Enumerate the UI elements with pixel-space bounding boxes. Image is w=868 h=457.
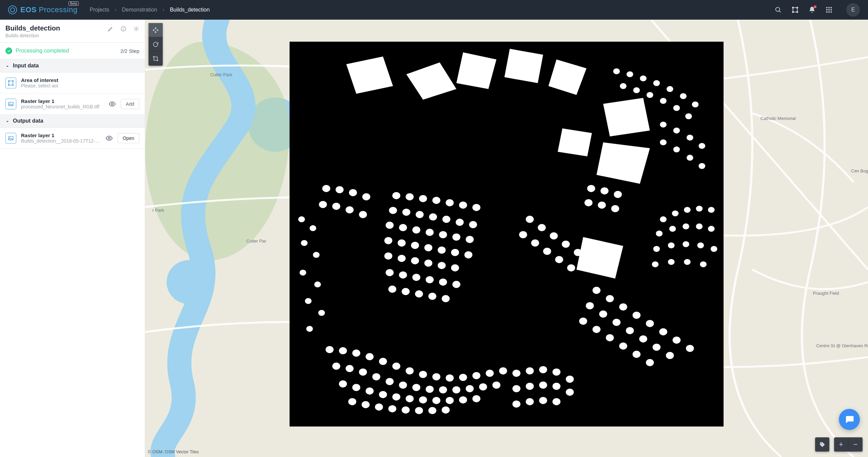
rotate-tool-button[interactable] [149, 37, 163, 51]
svg-point-50 [416, 211, 424, 218]
svg-point-0 [776, 7, 780, 12]
svg-rect-14 [828, 12, 830, 13]
svg-point-77 [412, 274, 420, 281]
svg-point-232 [346, 206, 354, 213]
svg-point-216 [553, 398, 561, 405]
svg-rect-15 [831, 12, 832, 13]
svg-point-135 [619, 342, 628, 349]
svg-point-65 [425, 244, 433, 251]
input-raster-row: Raster layer 1 processed_Neuronet_builds… [0, 94, 145, 115]
svg-point-124 [686, 345, 694, 352]
edit-icon[interactable] [107, 26, 114, 32]
svg-point-93 [620, 83, 627, 89]
navbar-actions: E [774, 3, 860, 17]
crop-tool-button[interactable] [149, 51, 163, 66]
svg-point-185 [352, 384, 360, 391]
svg-point-196 [362, 401, 370, 408]
svg-point-109 [550, 232, 558, 239]
svg-point-166 [446, 374, 454, 381]
svg-point-100 [673, 127, 680, 133]
svg-point-68 [465, 251, 473, 258]
svg-point-85 [442, 295, 450, 302]
tag-button[interactable] [815, 437, 829, 452]
info-icon[interactable] [120, 26, 126, 32]
notifications-icon[interactable] [808, 6, 816, 14]
svg-point-156 [700, 261, 707, 267]
svg-point-189 [406, 395, 414, 402]
svg-point-198 [389, 405, 397, 412]
svg-rect-20 [9, 81, 13, 85]
pan-tool-button[interactable] [149, 23, 163, 37]
add-layer-button[interactable]: Add [121, 99, 139, 109]
visibility-toggle-icon[interactable] [108, 100, 116, 108]
svg-point-163 [406, 367, 414, 374]
svg-point-224 [318, 310, 325, 315]
svg-point-56 [399, 224, 407, 231]
svg-point-120 [633, 312, 641, 319]
svg-point-154 [668, 259, 675, 265]
svg-point-204 [526, 367, 534, 374]
main-content: Builds_detection Builds detection Proces… [0, 20, 868, 457]
svg-rect-13 [826, 12, 828, 13]
map-attribution: © OSM; OSM Vector Tiles [148, 449, 199, 454]
svg-point-70 [398, 255, 406, 262]
svg-point-239 [611, 205, 619, 212]
svg-point-171 [332, 362, 340, 370]
svg-point-229 [362, 193, 371, 200]
svg-point-23 [8, 84, 9, 85]
breadcrumb-projects[interactable]: Projects [90, 7, 109, 13]
svg-point-72 [425, 259, 433, 267]
output-raster-subtitle: Builds_detection__2018-05-17T12-14_… [21, 138, 101, 144]
svg-point-66 [438, 246, 446, 253]
svg-point-220 [313, 252, 320, 257]
zoom-in-button[interactable]: + [834, 437, 848, 452]
svg-point-69 [384, 252, 393, 259]
svg-point-237 [585, 199, 593, 206]
open-layer-button[interactable]: Open [118, 133, 139, 143]
processing-status-row: Processing completed 2/2 Step [0, 42, 145, 59]
svg-point-44 [433, 196, 441, 204]
svg-point-21 [8, 80, 9, 81]
gear-icon[interactable] [133, 26, 139, 32]
svg-rect-11 [828, 9, 830, 11]
svg-point-138 [660, 216, 667, 222]
svg-point-115 [555, 256, 564, 263]
search-icon[interactable] [774, 6, 782, 14]
svg-point-119 [619, 303, 628, 310]
svg-point-121 [646, 320, 654, 327]
apps-grid-icon[interactable] [825, 6, 833, 14]
breadcrumb-demonstration[interactable]: Demonstration [122, 7, 157, 13]
svg-point-230 [319, 201, 327, 208]
zoom-out-button[interactable]: − [848, 437, 863, 452]
svg-point-238 [598, 201, 606, 208]
chevron-down-icon [5, 119, 9, 123]
svg-point-137 [646, 359, 654, 366]
aoi-icon [5, 78, 16, 88]
svg-point-195 [349, 398, 357, 405]
app-logo[interactable]: EOS Processing Beta [8, 5, 77, 14]
svg-point-125 [586, 302, 594, 309]
svg-point-214 [526, 398, 534, 405]
input-raster-subtitle: processed_Neuronet_builds_RGB.tiff [21, 104, 104, 109]
svg-point-208 [513, 385, 521, 392]
aoi-title: Area of interest [21, 77, 139, 83]
visibility-toggle-icon[interactable] [105, 134, 113, 142]
svg-point-131 [666, 352, 674, 359]
svg-point-63 [398, 239, 406, 246]
chevron-right-icon: › [115, 7, 116, 13]
svg-point-148 [653, 246, 660, 252]
output-data-section-header[interactable]: Output data [0, 115, 145, 128]
svg-point-128 [626, 327, 634, 334]
aoi-row[interactable]: Area of interest Please, select aoi [0, 72, 145, 94]
svg-marker-35 [505, 49, 543, 83]
selection-tool-icon[interactable] [791, 6, 799, 14]
svg-point-199 [402, 406, 410, 413]
svg-point-6 [797, 12, 798, 13]
chat-support-button[interactable] [839, 409, 860, 430]
user-avatar[interactable]: E [846, 3, 860, 17]
map-viewport[interactable]: Cutler Park r Park Cutler Par Catholic M… [145, 20, 868, 457]
svg-point-58 [426, 229, 434, 236]
input-data-section-header[interactable]: Input data [0, 59, 145, 72]
svg-point-155 [684, 259, 691, 265]
svg-point-203 [513, 370, 521, 377]
